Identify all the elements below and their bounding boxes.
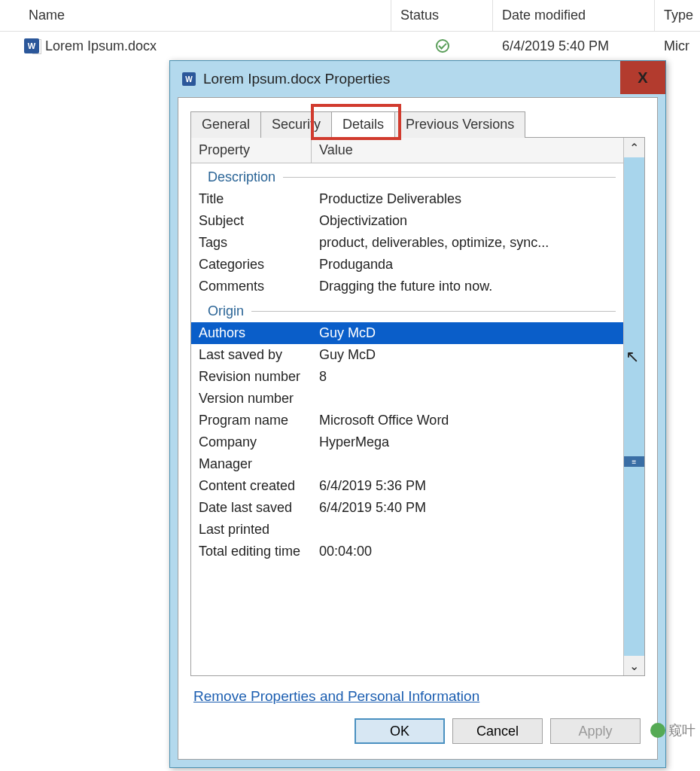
column-type[interactable]: Type [655,0,700,31]
wechat-icon [650,723,665,738]
column-name[interactable]: Name [0,0,391,31]
file-status-cell [391,39,493,53]
sync-ok-icon [436,39,449,53]
scroll-track[interactable]: ↖ [624,157,644,656]
property-row[interactable]: Version number [191,388,623,410]
property-row[interactable]: Last saved byGuy McD [191,344,623,366]
property-row[interactable]: Manager [191,453,623,475]
property-value[interactable]: Productize Deliverables [319,191,623,207]
dialog-titlebar[interactable]: Lorem Ipsum.docx Properties X [170,61,665,97]
word-document-icon [182,72,196,86]
property-name: Company [199,434,319,450]
property-row[interactable]: Last printed [191,519,623,541]
property-row[interactable]: Total editing time00:04:00 [191,541,623,562]
property-value[interactable]: Objectivization [319,213,623,229]
header-value[interactable]: Value [312,138,623,163]
property-row[interactable]: SubjectObjectivization [191,210,623,232]
dialog-title: Lorem Ipsum.docx Properties [203,71,390,87]
file-row[interactable]: Lorem Ipsum.docx 6/4/2019 5:40 PM Micr [0,32,700,60]
mouse-cursor-icon: ↖ [625,347,639,367]
property-name: Date last saved [199,500,319,516]
property-value[interactable]: Microsoft Office Word [319,413,623,428]
property-name: Version number [199,391,319,407]
file-name-cell: Lorem Ipsum.docx [0,38,391,54]
property-row[interactable]: AuthorsGuy McD [191,322,623,344]
cancel-button[interactable]: Cancel [452,718,543,744]
property-row[interactable]: CommentsDragging the future into now. [191,276,623,297]
property-value[interactable]: product, deliverables, optimize, sync... [319,235,623,251]
property-row[interactable]: Date last saved6/4/2019 5:40 PM [191,497,623,519]
property-value[interactable]: HyperMega [319,434,623,450]
column-status[interactable]: Status [391,0,493,31]
property-value[interactable]: Guy McD [319,325,623,341]
property-name: Revision number [199,369,319,385]
header-property[interactable]: Property [191,138,312,163]
property-row[interactable]: Program nameMicrosoft Office Word [191,410,623,431]
file-type-cell: Micr [655,38,700,54]
section-origin: Origin [191,297,623,322]
property-name: Total editing time [199,544,319,559]
property-name: Title [199,191,319,207]
property-value[interactable] [319,391,623,407]
property-value[interactable]: 8 [319,369,623,385]
property-list-header: Property Value [191,138,623,163]
property-name: Comments [199,279,319,294]
details-panel: Property Value Description TitleProducti… [190,137,645,676]
property-row[interactable]: Content created6/4/2019 5:36 PM [191,475,623,497]
remove-properties-link[interactable]: Remove Properties and Personal Informati… [190,676,645,711]
property-row[interactable]: CompanyHyperMega [191,431,623,453]
explorer-column-header: Name Status Date modified Type [0,0,700,32]
scroll-up-arrow-icon[interactable]: ⌃ [624,138,644,157]
file-name-label: Lorem Ipsum.docx [45,38,157,54]
property-value[interactable]: Dragging the future into now. [319,279,623,294]
section-description: Description [191,163,623,188]
property-name: Last saved by [199,347,319,363]
property-name: Program name [199,413,319,428]
property-row[interactable]: Tagsproduct, deliverables, optimize, syn… [191,232,623,254]
property-value[interactable]: 00:04:00 [319,544,623,559]
property-name: Manager [199,456,319,472]
property-value[interactable] [319,522,623,538]
property-row[interactable]: Revision number8 [191,366,623,388]
property-name: Subject [199,213,319,229]
property-row[interactable]: TitleProductize Deliverables [191,188,623,210]
property-name: Tags [199,235,319,251]
property-value[interactable]: 6/4/2019 5:36 PM [319,478,623,494]
details-content: Property Value Description TitleProducti… [191,138,623,675]
property-value[interactable]: Produganda [319,257,623,273]
dialog-button-row: OK Cancel Apply [190,711,645,748]
tab-strip: General Security Details Previous Versio… [190,111,645,138]
property-value[interactable] [319,456,623,472]
property-name: Authors [199,325,319,341]
watermark: 窥叶 [650,721,695,739]
tab-general[interactable]: General [190,111,261,138]
property-value[interactable]: 6/4/2019 5:40 PM [319,500,623,516]
properties-dialog: Lorem Ipsum.docx Properties X General Se… [169,60,666,768]
tab-security[interactable]: Security [260,111,332,138]
property-name: Content created [199,478,319,494]
file-date-cell: 6/4/2019 5:40 PM [493,38,655,54]
tab-details[interactable]: Details [331,111,395,138]
property-row[interactable]: CategoriesProduganda [191,254,623,276]
property-name: Categories [199,257,319,273]
word-document-icon [24,38,39,53]
property-value[interactable]: Guy McD [319,347,623,363]
tab-previous-versions[interactable]: Previous Versions [394,111,525,138]
scroll-thumb[interactable] [624,456,644,467]
ok-button[interactable]: OK [355,718,445,744]
property-name: Last printed [199,522,319,538]
scroll-down-arrow-icon[interactable]: ⌄ [624,656,644,675]
dialog-body: General Security Details Previous Versio… [178,97,658,760]
column-date-modified[interactable]: Date modified [493,0,655,31]
vertical-scrollbar[interactable]: ⌃ ↖ ⌄ [623,138,644,675]
apply-button[interactable]: Apply [550,718,641,744]
close-button[interactable]: X [620,61,665,94]
